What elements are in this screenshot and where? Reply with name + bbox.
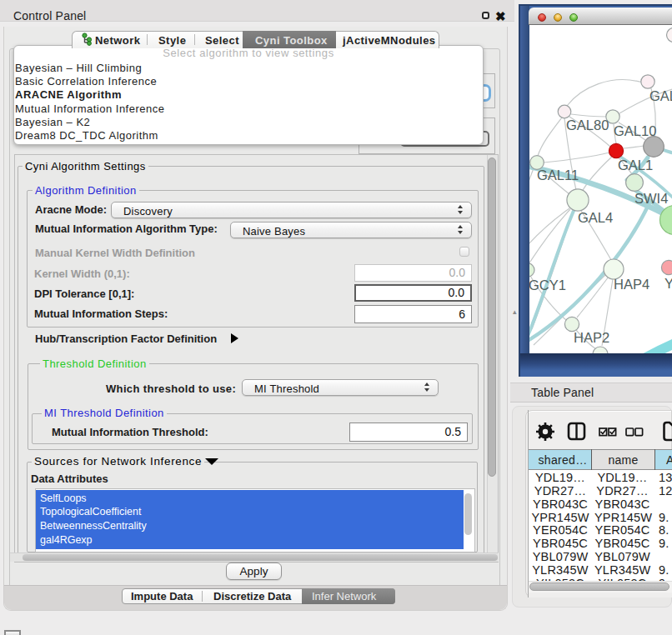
svg-text:GAL10: GAL10 — [614, 123, 656, 138]
svg-text:GAL1: GAL1 — [618, 158, 653, 172]
svg-text:Y: Y — [664, 276, 672, 291]
svg-text:GAL11: GAL11 — [537, 168, 579, 182]
svg-text:GAL4: GAL4 — [578, 210, 613, 225]
svg-text:HAP4: HAP4 — [614, 277, 649, 292]
svg-text:GCY1: GCY1 — [529, 278, 566, 292]
svg-text:HAP2: HAP2 — [574, 330, 609, 345]
svg-text:GAL80: GAL80 — [566, 118, 609, 132]
svg-text:GAL2: GAL2 — [649, 88, 672, 103]
svg-text:SWI4: SWI4 — [634, 191, 668, 206]
